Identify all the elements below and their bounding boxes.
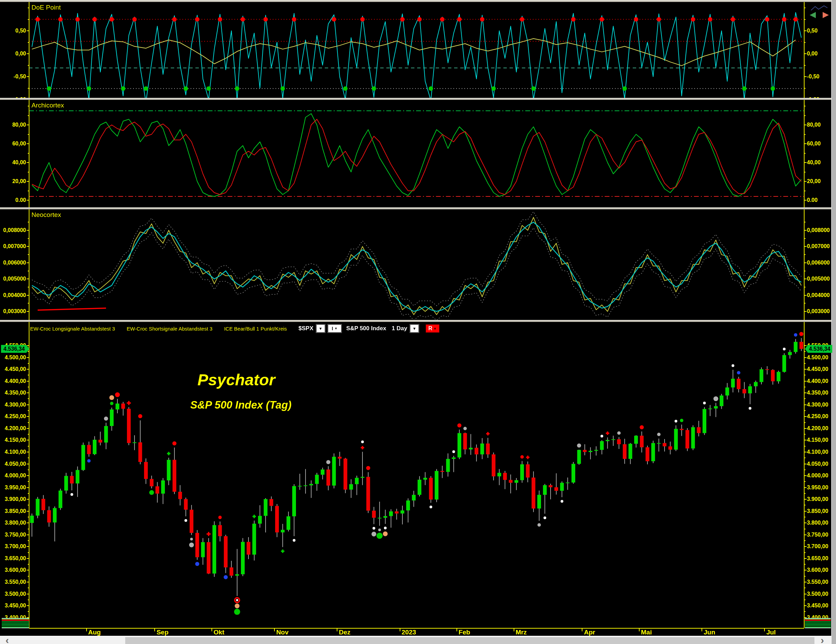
- realtime-button[interactable]: R ▼: [426, 324, 439, 333]
- axis-minor-tick: [804, 381, 805, 382]
- axis-minor-tick: [28, 440, 29, 440]
- doe-plot-canvas[interactable]: [29, 2, 804, 98]
- mini-chart-line: [811, 6, 828, 10]
- axis-minor-tick: [804, 76, 805, 77]
- axis-minor-tick: [28, 153, 29, 154]
- y-axis-label: 0,00: [807, 51, 818, 57]
- y-axis-label: 60,00: [807, 141, 821, 147]
- axis-minor-tick: [28, 552, 29, 553]
- month-label: Dez: [339, 629, 350, 636]
- month-label: Apr: [584, 629, 595, 636]
- period-label: 1 Day: [392, 325, 407, 332]
- y-axis-label: 80,00: [0, 122, 26, 128]
- compressed-axis-red-row: [805, 619, 831, 621]
- y-axis-label: 4.100,00: [0, 449, 26, 455]
- y-axis-label: 80,00: [807, 122, 821, 128]
- interval-button[interactable]: I ▼: [328, 324, 341, 333]
- axis-minor-tick: [804, 88, 805, 88]
- pan-left-arrow: [810, 12, 816, 18]
- y-axis-label: 3.550,00: [0, 579, 26, 585]
- time-axis-line: [29, 628, 804, 629]
- indicator-label-ice[interactable]: ICE Bear/Bull 1 Punkt/Kreis: [224, 326, 287, 332]
- axis-minor-tick: [804, 387, 805, 387]
- axis-minor-tick: [804, 278, 805, 279]
- price-plot-canvas[interactable]: [29, 322, 804, 628]
- y-axis-label: 3.850,00: [807, 508, 828, 514]
- axis-minor-tick: [28, 381, 29, 382]
- last-price-badge-right: 4.536,34: [805, 345, 832, 353]
- scroll-left-arrow[interactable]: ‹: [5, 635, 9, 644]
- archicortex-plot-canvas[interactable]: [29, 100, 804, 208]
- axis-minor-tick: [28, 287, 29, 288]
- y-axis-label: 0,004000: [0, 292, 26, 298]
- y-axis-label: 4.250,00: [807, 414, 828, 420]
- y-axis-label: 3.700,00: [807, 543, 828, 549]
- y-axis-label: 3.800,00: [807, 520, 828, 526]
- y-axis-label: 4.300,00: [807, 402, 828, 408]
- month-label: Mai: [641, 629, 652, 636]
- axis-minor-tick: [28, 134, 29, 135]
- axis-minor-tick: [28, 8, 29, 8]
- y-axis-label: 4.200,00: [807, 425, 828, 432]
- axis-minor-tick: [28, 115, 29, 116]
- axis-minor-tick: [28, 529, 29, 530]
- y-axis-label: 0,003000: [807, 308, 830, 314]
- neocortex-plot-canvas[interactable]: [29, 209, 804, 320]
- y-axis-label: 3.500,00: [0, 591, 26, 597]
- axis-minor-tick: [804, 42, 805, 43]
- axis-minor-tick: [804, 416, 805, 417]
- y-axis-label: 0,008000: [0, 227, 26, 234]
- month-tick: [702, 628, 702, 631]
- axis-minor-tick: [28, 398, 29, 399]
- chart-subtitle-annotation: S&P 500 Index (Tag): [190, 399, 292, 411]
- axis-minor-tick: [28, 53, 29, 54]
- axis-minor-tick: [804, 458, 805, 458]
- scrollbar-thumb[interactable]: [125, 637, 815, 644]
- pan-arrows-icon[interactable]: [809, 5, 829, 20]
- chevron-down-icon: ▼: [433, 327, 437, 330]
- axis-minor-tick: [28, 505, 29, 505]
- y-axis-label: 4.450,00: [0, 366, 26, 372]
- symbol-dropdown-button[interactable]: ▼: [316, 324, 325, 333]
- month-label: Feb: [459, 629, 470, 636]
- axis-minor-tick: [28, 369, 29, 369]
- axis-minor-tick: [28, 262, 29, 263]
- axis-minor-tick: [804, 487, 805, 488]
- window-right-edge: [831, 0, 836, 644]
- axis-minor-tick: [28, 458, 29, 458]
- y-axis-label: 3.700,00: [0, 543, 26, 549]
- y-axis-label: 3.900,00: [0, 496, 26, 502]
- y-axis-label: 4.250,00: [0, 414, 26, 420]
- axis-minor-tick: [804, 469, 805, 470]
- axis-minor-tick: [804, 200, 805, 201]
- indicator-label-ew-short[interactable]: EW-Croc Shortsignale Abstandstest 3: [127, 326, 212, 332]
- axis-minor-tick: [28, 200, 29, 201]
- axis-minor-tick: [804, 65, 805, 66]
- axis-minor-tick: [804, 181, 805, 182]
- axis-minor-tick: [28, 278, 29, 279]
- horizontal-scrollbar[interactable]: ‹ ›: [0, 636, 831, 644]
- y-axis-label: 3.600,00: [0, 567, 26, 573]
- axis-minor-tick: [28, 570, 29, 570]
- axis-minor-tick: [28, 611, 29, 612]
- indicator-label-ew-long[interactable]: EW-Croc Longsignale Abstandstest 3: [30, 326, 115, 332]
- y-axis-label: 4.100,00: [807, 449, 828, 455]
- axis-minor-tick: [28, 311, 29, 312]
- month-label: Mrz: [516, 629, 527, 636]
- scroll-right-arrow[interactable]: ›: [821, 635, 824, 644]
- chevron-down-icon: ▼: [413, 327, 416, 330]
- y-axis-label: 20,00: [0, 178, 26, 185]
- y-axis-label: 0,007000: [0, 243, 26, 250]
- archicortex-panel: Archicortex 80,0080,0060,0060,0040,0040,…: [0, 100, 831, 208]
- month-label: Jul: [766, 629, 776, 636]
- axis-minor-tick: [804, 262, 805, 263]
- axis-minor-tick: [28, 594, 29, 594]
- right-axis-line: [804, 2, 805, 98]
- period-dropdown-button[interactable]: ▼: [410, 324, 419, 333]
- axis-minor-tick: [804, 493, 805, 494]
- realtime-label: R: [428, 325, 433, 332]
- axis-minor-tick: [804, 452, 805, 453]
- axis-minor-tick: [804, 392, 805, 393]
- y-axis-label: 3.750,00: [807, 532, 828, 538]
- axis-minor-tick: [804, 422, 805, 423]
